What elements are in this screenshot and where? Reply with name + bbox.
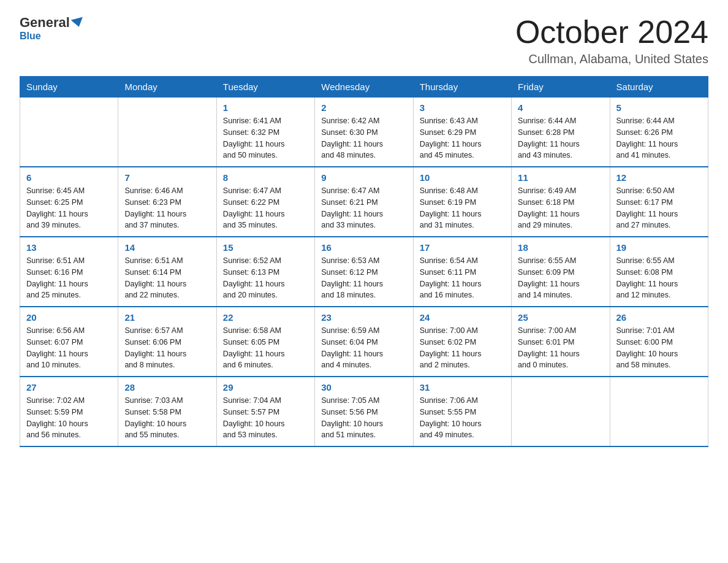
calendar-cell: 24Sunrise: 7:00 AMSunset: 6:02 PMDayligh… [413, 307, 511, 377]
day-info: Sunrise: 7:04 AMSunset: 5:57 PMDaylight:… [223, 395, 308, 441]
day-info: Sunrise: 6:52 AMSunset: 6:13 PMDaylight:… [223, 255, 308, 301]
day-info: Sunrise: 6:47 AMSunset: 6:21 PMDaylight:… [321, 185, 406, 231]
calendar-cell [512, 377, 610, 446]
calendar-cell: 20Sunrise: 6:56 AMSunset: 6:07 PMDayligh… [20, 307, 118, 377]
day-number: 19 [616, 242, 702, 253]
month-title: October 2024 [515, 15, 708, 50]
calendar-cell: 30Sunrise: 7:05 AMSunset: 5:56 PMDayligh… [315, 377, 413, 446]
calendar-cell: 21Sunrise: 6:57 AMSunset: 6:06 PMDayligh… [118, 307, 216, 377]
day-info: Sunrise: 6:58 AMSunset: 6:05 PMDaylight:… [223, 325, 308, 371]
week-row-1: 1Sunrise: 6:41 AMSunset: 6:32 PMDaylight… [20, 98, 708, 167]
calendar-cell: 29Sunrise: 7:04 AMSunset: 5:57 PMDayligh… [216, 377, 314, 446]
day-info: Sunrise: 6:51 AMSunset: 6:16 PMDaylight:… [26, 255, 112, 301]
day-number: 26 [616, 312, 702, 323]
day-number: 17 [420, 242, 505, 253]
week-row-2: 6Sunrise: 6:45 AMSunset: 6:25 PMDaylight… [20, 167, 708, 237]
day-header-monday: Monday [118, 77, 216, 98]
week-row-5: 27Sunrise: 7:02 AMSunset: 5:59 PMDayligh… [20, 377, 708, 446]
day-number: 9 [321, 172, 406, 183]
day-info: Sunrise: 7:01 AMSunset: 6:00 PMDaylight:… [616, 325, 702, 371]
page-header: General Blue October 2024 Cullman, Alaba… [20, 15, 708, 66]
calendar-cell: 16Sunrise: 6:53 AMSunset: 6:12 PMDayligh… [315, 237, 413, 307]
calendar-cell [610, 377, 708, 446]
day-info: Sunrise: 6:45 AMSunset: 6:25 PMDaylight:… [26, 185, 112, 231]
day-header-saturday: Saturday [610, 77, 708, 98]
day-info: Sunrise: 6:55 AMSunset: 6:08 PMDaylight:… [616, 255, 702, 301]
day-info: Sunrise: 7:03 AMSunset: 5:58 PMDaylight:… [124, 395, 210, 441]
day-number: 31 [420, 382, 505, 393]
calendar-cell: 12Sunrise: 6:50 AMSunset: 6:17 PMDayligh… [610, 167, 708, 237]
calendar-cell: 17Sunrise: 6:54 AMSunset: 6:11 PMDayligh… [413, 237, 511, 307]
calendar-cell: 18Sunrise: 6:55 AMSunset: 6:09 PMDayligh… [512, 237, 610, 307]
calendar-cell: 23Sunrise: 6:59 AMSunset: 6:04 PMDayligh… [315, 307, 413, 377]
day-info: Sunrise: 6:55 AMSunset: 6:09 PMDaylight:… [518, 255, 603, 301]
day-number: 28 [124, 382, 210, 393]
calendar-cell: 22Sunrise: 6:58 AMSunset: 6:05 PMDayligh… [216, 307, 314, 377]
day-info: Sunrise: 6:51 AMSunset: 6:14 PMDaylight:… [124, 255, 210, 301]
day-info: Sunrise: 6:44 AMSunset: 6:28 PMDaylight:… [518, 115, 603, 161]
week-row-3: 13Sunrise: 6:51 AMSunset: 6:16 PMDayligh… [20, 237, 708, 307]
day-number: 4 [518, 102, 603, 113]
day-info: Sunrise: 6:59 AMSunset: 6:04 PMDaylight:… [321, 325, 406, 371]
calendar-cell: 28Sunrise: 7:03 AMSunset: 5:58 PMDayligh… [118, 377, 216, 446]
calendar-cell [118, 98, 216, 167]
day-number: 22 [223, 312, 308, 323]
calendar-cell: 6Sunrise: 6:45 AMSunset: 6:25 PMDaylight… [20, 167, 118, 237]
day-number: 13 [26, 242, 112, 253]
calendar-cell: 8Sunrise: 6:47 AMSunset: 6:22 PMDaylight… [216, 167, 314, 237]
day-number: 5 [616, 102, 702, 113]
day-info: Sunrise: 6:54 AMSunset: 6:11 PMDaylight:… [420, 255, 505, 301]
calendar-cell: 7Sunrise: 6:46 AMSunset: 6:23 PMDaylight… [118, 167, 216, 237]
day-info: Sunrise: 6:47 AMSunset: 6:22 PMDaylight:… [223, 185, 308, 231]
day-info: Sunrise: 6:41 AMSunset: 6:32 PMDaylight:… [223, 115, 308, 161]
day-info: Sunrise: 6:57 AMSunset: 6:06 PMDaylight:… [124, 325, 210, 371]
day-info: Sunrise: 6:49 AMSunset: 6:18 PMDaylight:… [518, 185, 603, 231]
calendar-cell: 19Sunrise: 6:55 AMSunset: 6:08 PMDayligh… [610, 237, 708, 307]
day-number: 2 [321, 102, 406, 113]
logo: General Blue [20, 15, 84, 42]
calendar-cell: 14Sunrise: 6:51 AMSunset: 6:14 PMDayligh… [118, 237, 216, 307]
day-number: 1 [223, 102, 308, 113]
day-header-tuesday: Tuesday [216, 77, 314, 98]
day-info: Sunrise: 7:00 AMSunset: 6:02 PMDaylight:… [420, 325, 505, 371]
calendar-cell: 1Sunrise: 6:41 AMSunset: 6:32 PMDaylight… [216, 98, 314, 167]
calendar-cell: 4Sunrise: 6:44 AMSunset: 6:28 PMDaylight… [512, 98, 610, 167]
calendar-cell: 11Sunrise: 6:49 AMSunset: 6:18 PMDayligh… [512, 167, 610, 237]
location-subtitle: Cullman, Alabama, United States [515, 52, 708, 66]
day-header-sunday: Sunday [20, 77, 118, 98]
day-info: Sunrise: 6:44 AMSunset: 6:26 PMDaylight:… [616, 115, 702, 161]
calendar-cell: 10Sunrise: 6:48 AMSunset: 6:19 PMDayligh… [413, 167, 511, 237]
day-number: 14 [124, 242, 210, 253]
day-info: Sunrise: 6:50 AMSunset: 6:17 PMDaylight:… [616, 185, 702, 231]
calendar-cell: 26Sunrise: 7:01 AMSunset: 6:00 PMDayligh… [610, 307, 708, 377]
calendar-cell: 31Sunrise: 7:06 AMSunset: 5:55 PMDayligh… [413, 377, 511, 446]
calendar-cell: 13Sunrise: 6:51 AMSunset: 6:16 PMDayligh… [20, 237, 118, 307]
day-number: 30 [321, 382, 406, 393]
day-number: 10 [420, 172, 505, 183]
week-row-4: 20Sunrise: 6:56 AMSunset: 6:07 PMDayligh… [20, 307, 708, 377]
day-info: Sunrise: 7:05 AMSunset: 5:56 PMDaylight:… [321, 395, 406, 441]
day-number: 21 [124, 312, 210, 323]
day-info: Sunrise: 6:43 AMSunset: 6:29 PMDaylight:… [420, 115, 505, 161]
day-number: 16 [321, 242, 406, 253]
day-info: Sunrise: 6:56 AMSunset: 6:07 PMDaylight:… [26, 325, 112, 371]
calendar-table: SundayMondayTuesdayWednesdayThursdayFrid… [20, 76, 708, 447]
logo-blue-text: Blue [20, 31, 41, 42]
day-number: 20 [26, 312, 112, 323]
day-info: Sunrise: 7:06 AMSunset: 5:55 PMDaylight:… [420, 395, 505, 441]
logo-general-text: General [20, 15, 70, 31]
days-header-row: SundayMondayTuesdayWednesdayThursdayFrid… [20, 77, 708, 98]
day-number: 8 [223, 172, 308, 183]
calendar-cell: 25Sunrise: 7:00 AMSunset: 6:01 PMDayligh… [512, 307, 610, 377]
day-info: Sunrise: 6:46 AMSunset: 6:23 PMDaylight:… [124, 185, 210, 231]
day-number: 11 [518, 172, 603, 183]
day-info: Sunrise: 6:53 AMSunset: 6:12 PMDaylight:… [321, 255, 406, 301]
day-number: 3 [420, 102, 505, 113]
day-info: Sunrise: 7:02 AMSunset: 5:59 PMDaylight:… [26, 395, 112, 441]
calendar-cell: 15Sunrise: 6:52 AMSunset: 6:13 PMDayligh… [216, 237, 314, 307]
calendar-cell: 27Sunrise: 7:02 AMSunset: 5:59 PMDayligh… [20, 377, 118, 446]
calendar-cell: 9Sunrise: 6:47 AMSunset: 6:21 PMDaylight… [315, 167, 413, 237]
day-number: 29 [223, 382, 308, 393]
calendar-cell: 3Sunrise: 6:43 AMSunset: 6:29 PMDaylight… [413, 98, 511, 167]
day-info: Sunrise: 6:42 AMSunset: 6:30 PMDaylight:… [321, 115, 406, 161]
